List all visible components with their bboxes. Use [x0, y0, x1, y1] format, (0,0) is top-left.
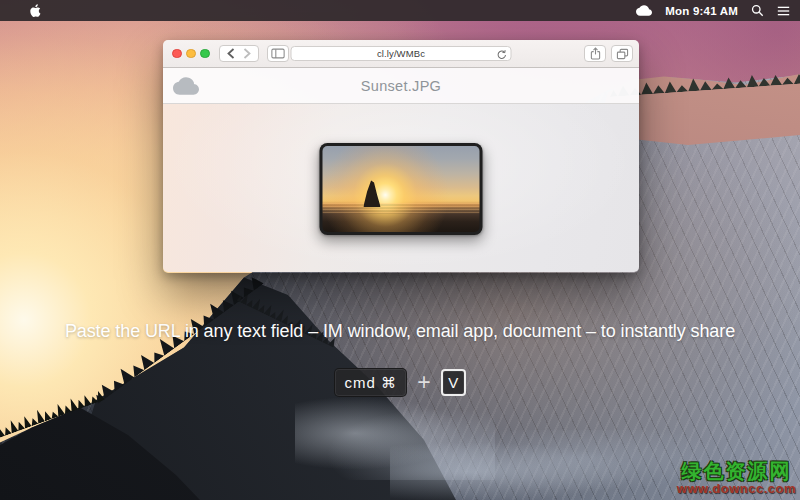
tabs-icon: [616, 48, 629, 60]
close-button[interactable]: [172, 49, 182, 59]
nav-button-group: [219, 45, 259, 62]
share-icon: [590, 47, 601, 60]
chevron-left-icon: [227, 48, 235, 59]
cloud-icon: [173, 77, 199, 95]
share-button[interactable]: [584, 45, 606, 62]
cloudapp-status-icon[interactable]: [636, 5, 652, 16]
url-text: cl.ly/WMBc: [377, 48, 425, 59]
site-watermark: 绿色资源网 www.downcc.com: [677, 460, 796, 496]
page-title: Sunset.JPG: [361, 78, 441, 94]
notification-center-icon[interactable]: [777, 5, 790, 17]
browser-toolbar: cl.ly/WMBc: [163, 40, 639, 68]
sidebar-icon: [271, 48, 285, 59]
spotlight-search-icon[interactable]: [751, 4, 764, 17]
wallpaper-snow-patch: [390, 430, 710, 500]
watermark-url: www.downcc.com: [677, 482, 796, 496]
watermark-title: 绿色资源网: [677, 460, 796, 482]
show-all-tabs-button[interactable]: [611, 45, 633, 62]
window-controls: [172, 49, 210, 59]
minimize-button[interactable]: [186, 49, 196, 59]
menu-bar-status-area: Mon 9:41 AM: [636, 0, 800, 21]
reload-icon: [496, 49, 507, 60]
image-thumbnail[interactable]: [320, 143, 483, 235]
photo-sun: [323, 146, 480, 232]
desktop: Mon 9:41 AM: [0, 0, 800, 500]
sunset-photo: [323, 146, 480, 232]
back-button[interactable]: [223, 46, 239, 61]
reload-button[interactable]: [496, 49, 507, 60]
address-bar[interactable]: cl.ly/WMBc: [291, 46, 512, 61]
safari-window: cl.ly/WMBc Sunset.JPG: [163, 40, 639, 273]
cloudapp-page-body: [163, 104, 639, 272]
menu-bar-clock[interactable]: Mon 9:41 AM: [665, 5, 738, 17]
menu-bar: Mon 9:41 AM: [0, 0, 800, 21]
forward-button[interactable]: [239, 46, 255, 61]
apple-icon: [28, 3, 41, 18]
cloudapp-page-header: Sunset.JPG: [163, 68, 639, 104]
zoom-button[interactable]: [200, 49, 210, 59]
chevron-right-icon: [243, 48, 251, 59]
photo-sea: [323, 203, 480, 214]
shortcut-keys: cmd ⌘ + V: [0, 368, 800, 397]
apple-menu[interactable]: [22, 0, 47, 21]
v-key: V: [441, 369, 466, 396]
sidebar-button[interactable]: [267, 45, 289, 62]
toolbar-right-buttons: [584, 45, 633, 62]
cloudapp-logo[interactable]: [173, 77, 199, 95]
plus-sign: +: [417, 371, 430, 394]
onboarding-caption: Paste the URL in any text field – IM win…: [0, 321, 800, 342]
cmd-key: cmd ⌘: [334, 368, 407, 397]
